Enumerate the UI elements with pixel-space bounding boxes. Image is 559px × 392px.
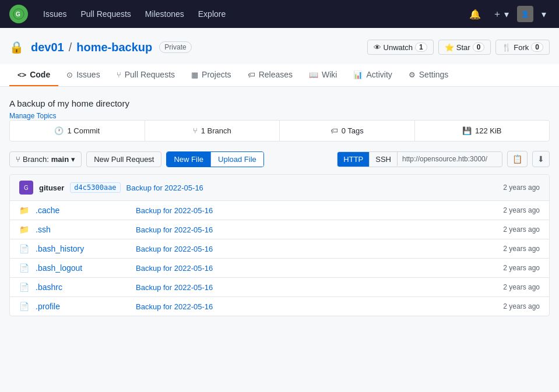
file-time: 2 years ago [503, 264, 540, 272]
size-icon: 💾 [462, 126, 472, 135]
tab-settings[interactable]: ⚙ Settings [400, 64, 457, 86]
branch-selector[interactable]: ⑂ Branch: main ▾ [9, 151, 82, 167]
fork-label: Fork [514, 43, 529, 52]
wiki-icon: 📖 [309, 70, 318, 79]
folder-icon: 📁 [19, 225, 29, 234]
avatar-icon: 👤 [521, 10, 529, 18]
file-name[interactable]: .ssh [36, 225, 129, 234]
file-commit-message[interactable]: Backup for 2022-05-16 [136, 206, 496, 215]
copy-url-button[interactable]: 📋 [507, 151, 528, 167]
tab-activity-label: Activity [366, 70, 392, 79]
notification-button[interactable]: 🔔 [466, 5, 484, 23]
star-button[interactable]: ⭐ Star 0 [438, 40, 491, 55]
tags-stat[interactable]: 🏷 0 Tags [280, 121, 415, 141]
tab-releases[interactable]: 🏷 Releases [240, 64, 301, 86]
commit-author[interactable]: gituser [39, 183, 64, 192]
new-file-button[interactable]: New File [167, 152, 211, 167]
nav-milestones[interactable]: Milestones [139, 6, 190, 22]
tab-code[interactable]: <> Code [9, 64, 58, 86]
unwatch-count: 1 [415, 43, 427, 52]
repo-title: dev01 / home-backup [31, 41, 152, 54]
releases-icon: 🏷 [248, 70, 255, 79]
http-ssh-group: HTTP SSH [337, 151, 502, 167]
file-name[interactable]: .bash_history [36, 244, 129, 253]
fork-count: 0 [531, 43, 543, 52]
nav-issues[interactable]: Issues [37, 6, 72, 22]
branches-icon: ⑂ [193, 126, 198, 135]
nav-explore[interactable]: Explore [192, 6, 231, 22]
repo-separator: / [69, 41, 72, 54]
file-commit-message[interactable]: Backup for 2022-05-16 [136, 225, 496, 234]
repo-toolbar: ⑂ Branch: main ▾ New Pull Request New Fi… [9, 151, 550, 167]
avatar-dropdown-button[interactable]: ▾ [538, 5, 550, 23]
plus-button[interactable]: ＋ ▾ [489, 5, 512, 24]
unwatch-label: Unwatch [384, 43, 413, 52]
fork-button[interactable]: 🍴 Fork 0 [495, 40, 550, 55]
tab-issues-label: Issues [76, 70, 100, 79]
file-name[interactable]: .bashrc [36, 282, 129, 292]
file-icon: 📄 [19, 263, 29, 273]
size-stat[interactable]: 💾 122 KiB [415, 121, 550, 141]
plus-dropdown-icon: ▾ [504, 9, 509, 20]
file-name[interactable]: .profile [36, 302, 129, 311]
ssh-button[interactable]: SSH [369, 152, 397, 167]
issues-icon: ⊙ [66, 70, 73, 79]
nav-pull-requests[interactable]: Pull Requests [75, 6, 136, 22]
file-commit-message[interactable]: Backup for 2022-05-16 [136, 264, 496, 273]
new-pull-request-button[interactable]: New Pull Request [86, 151, 161, 167]
commits-icon: 🕐 [54, 126, 64, 135]
branches-stat[interactable]: ⑂ 1 Branch [145, 121, 280, 141]
repo-name-link[interactable]: home-backup [76, 41, 152, 54]
repo-owner-link[interactable]: dev01 [31, 41, 64, 54]
commits-stat[interactable]: 🕐 1 Commit [10, 121, 145, 141]
repo-tabs: <> Code ⊙ Issues ⑂ Pull Requests ▦ Proje… [0, 64, 559, 87]
clone-url-input[interactable] [397, 152, 502, 166]
tab-settings-label: Settings [419, 70, 449, 79]
tab-code-label: Code [30, 70, 50, 79]
commit-hash[interactable]: d4c5300aae [70, 182, 120, 193]
user-avatar[interactable]: 👤 [517, 6, 533, 22]
main-container: 🔒 dev01 / home-backup Private 👁 Unwatch … [0, 28, 559, 328]
tab-wiki[interactable]: 📖 Wiki [301, 64, 345, 86]
site-logo[interactable]: G [9, 5, 28, 23]
activity-icon: 📊 [353, 70, 363, 79]
file-name[interactable]: .cache [36, 206, 129, 215]
file-commit-message[interactable]: Backup for 2022-05-16 [136, 283, 496, 292]
tab-issues[interactable]: ⊙ Issues [58, 64, 108, 86]
topnav-links: Issues Pull Requests Milestones Explore [37, 6, 456, 22]
file-time: 2 years ago [503, 206, 540, 214]
manage-topics-link[interactable]: Manage Topics [9, 112, 57, 120]
table-row: 📄 .bash_history Backup for 2022-05-16 2 … [10, 239, 549, 259]
bell-icon: 🔔 [469, 9, 481, 20]
repo-header: 🔒 dev01 / home-backup Private 👁 Unwatch … [9, 40, 550, 55]
upload-file-button[interactable]: Upload File [211, 152, 263, 167]
projects-icon: ▦ [191, 70, 198, 79]
tab-pull-requests[interactable]: ⑂ Pull Requests [108, 64, 183, 86]
unwatch-button[interactable]: 👁 Unwatch 1 [367, 40, 434, 55]
tab-wiki-label: Wiki [322, 70, 337, 79]
download-button[interactable]: ⬇ [532, 151, 550, 167]
tab-projects-label: Projects [202, 70, 231, 79]
table-row: 📄 .bash_logout Backup for 2022-05-16 2 y… [10, 259, 549, 278]
commits-label: 1 Commit [67, 126, 100, 135]
http-button[interactable]: HTTP [337, 152, 369, 167]
download-icon: ⬇ [537, 154, 544, 164]
lock-icon: 🔒 [9, 40, 24, 54]
commit-message[interactable]: Backup for 2022-05-16 [126, 183, 498, 192]
file-icon: 📄 [19, 302, 29, 311]
file-name[interactable]: .bash_logout [36, 263, 129, 273]
copy-icon: 📋 [512, 154, 522, 164]
file-commit-message[interactable]: Backup for 2022-05-16 [136, 245, 496, 253]
tab-activity[interactable]: 📊 Activity [345, 64, 400, 86]
file-commit-message[interactable]: Backup for 2022-05-16 [136, 302, 496, 311]
tab-pr-label: Pull Requests [125, 70, 175, 79]
file-icon: 📄 [19, 282, 29, 292]
tags-label: 0 Tags [342, 126, 364, 135]
table-row: 📁 .cache Backup for 2022-05-16 2 years a… [10, 201, 549, 220]
chevron-down-icon: ▾ [542, 9, 546, 20]
tab-projects[interactable]: ▦ Projects [183, 64, 240, 86]
settings-icon: ⚙ [409, 70, 416, 79]
tab-releases-label: Releases [259, 70, 293, 79]
table-row: 📄 .bashrc Backup for 2022-05-16 2 years … [10, 278, 549, 297]
plus-icon: ＋ [493, 8, 502, 20]
